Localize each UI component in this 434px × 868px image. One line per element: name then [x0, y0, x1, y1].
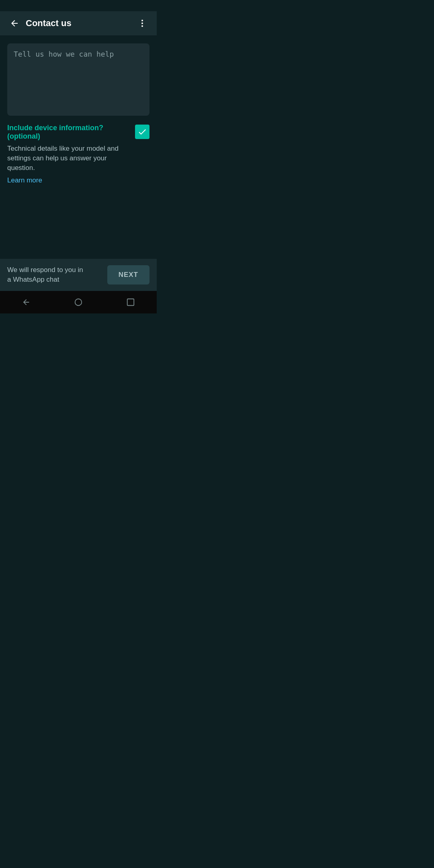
device-info-title: Include device information? (optional) [7, 124, 130, 141]
bottom-bar: We will respond to you in a WhatsApp cha… [0, 259, 157, 291]
device-info-checkbox[interactable] [135, 125, 149, 139]
device-info-text: Include device information? (optional) T… [7, 124, 130, 184]
respond-text: We will respond to you in a WhatsApp cha… [7, 265, 88, 285]
navigation-bar [0, 291, 157, 313]
nav-recent-button[interactable] [121, 292, 141, 312]
learn-more-link[interactable]: Learn more [7, 176, 42, 184]
checkbox-box[interactable] [135, 125, 149, 139]
svg-point-1 [141, 23, 143, 24]
svg-rect-4 [127, 299, 134, 306]
page-title: Contact us [26, 18, 134, 29]
help-textarea[interactable] [7, 43, 149, 116]
back-button[interactable] [6, 15, 23, 31]
device-info-section: Include device information? (optional) T… [7, 124, 149, 184]
overflow-menu-button[interactable] [134, 15, 150, 31]
svg-point-0 [141, 20, 143, 21]
next-button[interactable]: NEXT [107, 265, 149, 285]
nav-back-button[interactable] [16, 292, 36, 312]
status-bar [0, 0, 157, 11]
app-bar: Contact us [0, 11, 157, 35]
content-area: Include device information? (optional) T… [0, 35, 157, 259]
device-info-description: Technical details like your model and se… [7, 144, 130, 172]
svg-point-3 [75, 299, 82, 306]
nav-home-button[interactable] [68, 292, 88, 312]
svg-point-2 [141, 25, 143, 27]
